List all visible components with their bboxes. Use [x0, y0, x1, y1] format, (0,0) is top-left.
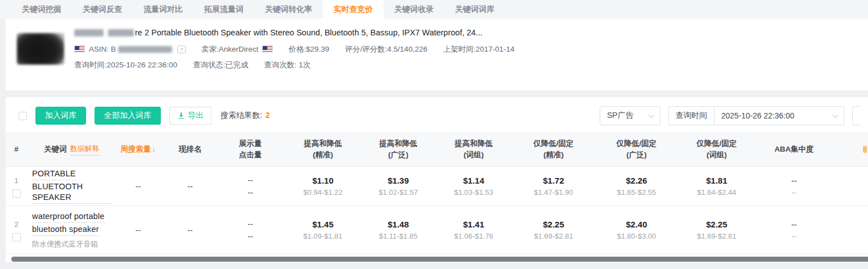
header-line2: (词组) — [707, 149, 727, 161]
data-explain-link[interactable]: 数据解释 — [70, 143, 100, 156]
header-line2: (词组) — [464, 149, 484, 161]
export-button[interactable]: 导出 — [169, 107, 212, 125]
rank-value: -- — [187, 181, 192, 192]
results-label: 搜索结果数: — [221, 111, 262, 120]
top-tab-bar: 关键词挖掘 关键词反查 流量词对比 拓展流量词 关键词转化率 实时查竞价 关键词… — [0, 0, 868, 19]
aba-value: -- — [791, 175, 797, 187]
horizontal-scrollbar-thumb[interactable] — [11, 257, 868, 262]
bid-range: $1.69-$2.81 — [697, 231, 736, 242]
bid-value: $2.26 — [626, 175, 647, 187]
keyword-text[interactable]: PORTABLE — [32, 168, 76, 180]
query-count-label: 查询次数: 1次 — [264, 60, 311, 70]
clipped-cell — [832, 206, 868, 254]
weekly-search-cell: -- — [111, 206, 165, 254]
header-aba-concentration: ABA集中度 — [756, 132, 832, 166]
keyword-text[interactable]: BLUETOOTH SPEAKER — [32, 181, 111, 204]
header-bid-exact: 提高和降低 (精准) — [285, 132, 361, 166]
external-link-icon[interactable]: ↗ — [177, 45, 186, 53]
header-index: # — [6, 132, 27, 166]
redacted-asin-block — [118, 46, 172, 53]
header-weekly-label: 周搜索量 — [120, 144, 151, 155]
sort-desc-icon: ↓ — [152, 144, 156, 155]
keyword-text[interactable]: waterproof portable — [32, 211, 105, 223]
results-count: 2 — [266, 111, 270, 120]
bid-broad-cell: $1.48 $1.11-$1.85 — [361, 206, 436, 254]
results-count-text: 搜索结果数:2 — [221, 111, 270, 121]
bid-range: $1.11-$1.85 — [379, 231, 417, 242]
row-index-cell: 2 — [6, 206, 27, 254]
downonly-broad-cell: $2.40 $1.80-$3.00 — [596, 206, 677, 254]
bid-value: $1.39 — [388, 175, 409, 187]
header-current-rank: 现排名 — [165, 132, 215, 166]
bid-value: $1.48 — [388, 218, 409, 231]
tab-reverse-asin[interactable]: 关键词反查 — [72, 0, 133, 19]
header-impressions: 展示量 — [239, 138, 262, 149]
header-line2: (精准) — [313, 149, 333, 161]
select-all-checkbox[interactable] — [19, 112, 27, 120]
product-card: re 2 Portable Bluetooth Speaker with Ste… — [6, 19, 868, 90]
add-to-thesaurus-button[interactable]: 加入词库 — [35, 107, 86, 125]
tab-keyword-conversion[interactable]: 关键词转化率 — [254, 0, 323, 19]
ad-type-value: SP广告 — [607, 111, 633, 121]
header-line1: 仅降低/固定 — [617, 138, 656, 149]
bid-phrase-cell: $1.14 $1.03-$1.53 — [436, 167, 511, 206]
listed-date-label: 上架时间:2017-01-14 — [443, 44, 515, 54]
us-flag-icon — [262, 45, 273, 53]
add-all-to-thesaurus-button[interactable]: 全部加入词库 — [95, 107, 161, 125]
query-time-label: 查询时间:2025-10-26 22:36:00 — [74, 60, 177, 70]
bid-range: $1.09-$1.81 — [303, 231, 342, 242]
impressions-clicks-cell: -- -- — [215, 167, 285, 206]
bid-range: $1.64-$2.44 — [697, 187, 736, 198]
row-checkbox[interactable] — [12, 189, 21, 198]
bid-range: $1.47-$1.90 — [534, 187, 573, 198]
rank-value: -- — [187, 225, 192, 236]
downonly-exact-cell: $2.25 $1.69-$2.81 — [511, 206, 596, 254]
row-index-cell: 1 — [6, 167, 27, 206]
tab-keyword-thesaurus[interactable]: 关键词词库 — [444, 0, 505, 19]
tab-traffic-compare[interactable]: 流量词对比 — [133, 0, 194, 19]
bid-value: $1.81 — [706, 175, 727, 187]
query-time-value: 2025-10-26 22:36:00 — [721, 111, 794, 120]
keyword-cell: PORTABLE BLUETOOTH SPEAKER — [27, 167, 111, 206]
bid-range: $1.69-$2.81 — [534, 231, 573, 242]
header-weekly-search-sort[interactable]: 周搜索量 ↓ — [111, 132, 165, 166]
query-time-filter-label: 查询时间 — [668, 106, 714, 125]
bid-range: $1.65-$2.55 — [617, 187, 656, 198]
clicks-value: -- — [248, 230, 253, 243]
tab-expand-traffic[interactable]: 拓展流量词 — [194, 0, 254, 19]
toolbar: 加入词库 全部加入词库 导出 搜索结果数:2 SP广告 查询时间 2025-10… — [6, 97, 868, 125]
query-meta-row: 查询时间:2025-10-26 22:36:00 查询状态:已完成 查询次数: … — [74, 60, 857, 70]
clicks-value: -- — [248, 186, 253, 199]
rating-label: 评分/评分数:4.5/140,226 — [345, 44, 427, 54]
ad-type-select[interactable]: SP广告 — [600, 106, 660, 125]
chevron-down-icon — [833, 112, 839, 118]
price-label: 价格:$29.39 — [289, 44, 329, 54]
bid-range: $0.94-$1.22 — [303, 187, 342, 198]
bid-value: $2.25 — [543, 218, 564, 231]
tab-realtime-bid[interactable]: 实时查竞价 — [323, 0, 384, 19]
tab-keyword-mining[interactable]: 关键词挖掘 — [11, 0, 72, 19]
query-status-label: 查询状态:已完成 — [193, 60, 248, 70]
table-row: 1 PORTABLE BLUETOOTH SPEAKER -- -- -- --… — [6, 167, 868, 206]
bid-range: $1.06-$1.76 — [454, 231, 493, 242]
impressions-clicks-cell: -- -- — [215, 206, 285, 254]
clipped-header-fragment — [863, 146, 867, 153]
tab-keyword-index[interactable]: 关键词收录 — [384, 0, 444, 19]
table-header-row: # 关键词 数据解释 周搜索量 ↓ 现排名 展示量 点击量 提高和降低 (精准) — [6, 132, 868, 167]
header-keyword: 关键词 数据解释 — [27, 132, 111, 166]
product-title-text: re 2 Portable Bluetooth Speaker with Ste… — [135, 26, 483, 39]
header-keyword-label: 关键词 — [44, 144, 67, 155]
bid-value: $1.41 — [463, 218, 484, 231]
bid-value: $1.14 — [463, 175, 484, 187]
downonly-broad-cell: $2.26 $1.65-$2.55 — [596, 167, 677, 206]
keyword-text[interactable]: bluetooth speaker — [32, 224, 99, 236]
clipped-control[interactable] — [852, 106, 860, 125]
row-checkbox[interactable] — [12, 233, 21, 241]
bid-range: $1.03-$1.53 — [454, 187, 493, 198]
header-line2: (广泛) — [627, 149, 647, 161]
header-line1: 仅降低/固定 — [533, 138, 573, 149]
impressions-value: -- — [248, 174, 253, 186]
product-image — [17, 33, 64, 65]
query-time-select[interactable]: 2025-10-26 22:36:00 — [714, 106, 844, 125]
redacted-title-block — [108, 29, 134, 37]
